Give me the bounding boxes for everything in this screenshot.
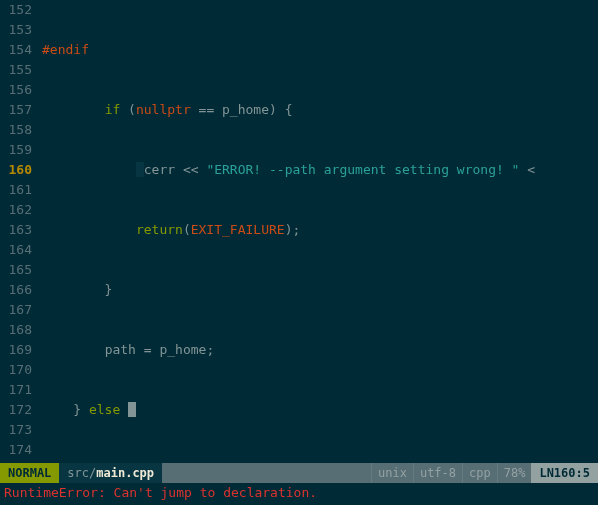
line-number: 161 <box>0 180 32 200</box>
line-number: 174 <box>0 440 32 460</box>
line-number: 158 <box>0 120 32 140</box>
line-number: 165 <box>0 260 32 280</box>
file-encoding: utf-8 <box>413 463 462 483</box>
line-number: 171 <box>0 380 32 400</box>
line-number: 168 <box>0 320 32 340</box>
line-number: 155 <box>0 60 32 80</box>
preproc: #endif <box>42 42 89 57</box>
file-path: src/main.cpp <box>59 463 162 483</box>
line-number: 163 <box>0 220 32 240</box>
line-number: 156 <box>0 80 32 100</box>
line-number: 170 <box>0 360 32 380</box>
line-number: 162 <box>0 200 32 220</box>
scroll-percent: 78% <box>497 463 532 483</box>
line-number: 153 <box>0 20 32 40</box>
line-number: 159 <box>0 140 32 160</box>
file-format: unix <box>371 463 413 483</box>
line-number: 152 <box>0 0 32 20</box>
line-number: 157 <box>0 100 32 120</box>
line-number: 166 <box>0 280 32 300</box>
line-number: 172 <box>0 400 32 420</box>
line-number: 164 <box>0 240 32 260</box>
code-area[interactable]: #endif if (nullptr == p_home) { cerr << … <box>38 0 598 463</box>
status-line: NORMAL src/main.cpp unix utf-8 cpp 78% L… <box>0 463 598 483</box>
vim-mode-indicator: NORMAL <box>0 463 59 483</box>
line-number: 167 <box>0 300 32 320</box>
error-message: RuntimeError: Can't jump to declaration. <box>0 483 598 503</box>
file-type: cpp <box>462 463 497 483</box>
line-number: 169 <box>0 340 32 360</box>
code-editor[interactable]: 1521531541551561571581591601611621631641… <box>0 0 598 463</box>
line-number: 160 <box>0 160 32 180</box>
cursor <box>128 402 136 417</box>
cursor-position: LN 160:5 <box>531 463 598 483</box>
line-number: 154 <box>0 40 32 60</box>
line-number: 173 <box>0 420 32 440</box>
line-number-gutter: 1521531541551561571581591601611621631641… <box>0 0 38 463</box>
